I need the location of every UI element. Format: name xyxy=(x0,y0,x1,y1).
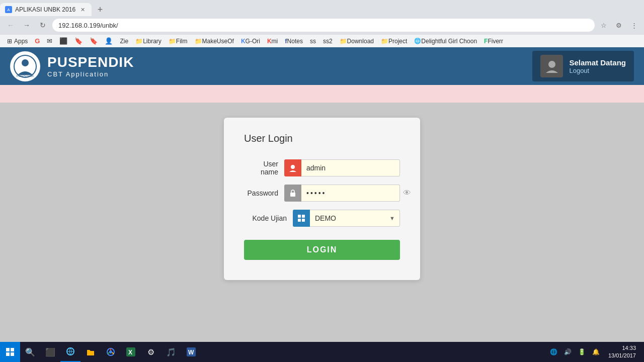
volume-icon[interactable]: 🔊 xyxy=(562,346,574,358)
eye-icon[interactable]: 👁 xyxy=(403,189,411,198)
main-content: User Login User name Password xyxy=(0,103,644,295)
refresh-button[interactable]: ↻ xyxy=(36,19,49,32)
makeuseOf-folder-icon: 📁 xyxy=(195,38,202,45)
svg-rect-6 xyxy=(298,215,301,218)
taskbar-date-display: 13/01/2017 xyxy=(608,352,636,359)
login-card: User Login User name Password xyxy=(224,118,420,280)
browser-taskbar-button[interactable] xyxy=(60,342,80,362)
bm-ss2[interactable]: ss2 xyxy=(320,37,336,46)
bm-fiverr[interactable]: F Fiverr xyxy=(481,37,506,46)
password-input[interactable] xyxy=(301,185,400,202)
menu-icon[interactable]: ⋮ xyxy=(628,19,640,31)
tab-title: APLIKASI UNBK 2016 xyxy=(15,6,75,13)
bm-user[interactable]: 👤 xyxy=(102,36,116,46)
svg-rect-7 xyxy=(302,215,305,218)
bookmark1-icon: 🔖 xyxy=(74,37,83,45)
chrome-taskbar-button[interactable] xyxy=(101,342,121,362)
svg-text:W: W xyxy=(188,349,194,356)
fiverr-icon: F xyxy=(484,38,488,45)
user-icon: 👤 xyxy=(105,37,113,45)
bm-fiverr-label: Fiverr xyxy=(488,38,503,45)
ss-label: ss xyxy=(310,38,316,45)
bm-project[interactable]: 📁 Project xyxy=(378,37,410,46)
music-taskbar-button[interactable]: 🎵 xyxy=(161,342,181,362)
bm-bookmark2[interactable]: 🔖 xyxy=(87,36,101,46)
bookmark-icon[interactable]: ☆ xyxy=(598,19,610,31)
taskbar-right: 🌐 🔊 🔋 🔔 14:33 13/01/2017 xyxy=(548,344,644,360)
excel-icon: X xyxy=(126,347,135,356)
bm-bookmark1[interactable]: 🔖 xyxy=(71,36,86,46)
username-label: User name xyxy=(244,160,278,176)
bookmark2-icon: 🔖 xyxy=(90,37,98,45)
bm-mi[interactable]: K mi xyxy=(264,37,281,46)
ss2-label: ss2 xyxy=(323,38,333,45)
username-input-wrapper xyxy=(284,159,400,176)
folder-taskbar-icon xyxy=(86,347,95,356)
bm-gmail[interactable]: G xyxy=(32,36,43,46)
logout-link[interactable]: Logout xyxy=(569,67,626,74)
pink-banner xyxy=(0,85,644,103)
username-icon xyxy=(284,159,301,176)
zie-label: Zie xyxy=(120,38,128,45)
taskbar: 🔍 ⬛ X xyxy=(0,342,644,362)
logo-svg: PUSPENDIK xyxy=(13,54,38,79)
black-square-icon: ⬛ xyxy=(59,37,67,45)
bm-notes[interactable]: f Notes xyxy=(282,36,306,46)
network-icon[interactable]: 🌐 xyxy=(548,346,560,358)
bm-zie[interactable]: Zie xyxy=(117,37,131,46)
library-folder-icon: 📁 xyxy=(135,38,143,45)
svg-rect-9 xyxy=(302,219,305,222)
svg-line-19 xyxy=(108,352,109,354)
bm-ss[interactable]: ss xyxy=(307,37,319,46)
kode-ujian-icon xyxy=(293,210,310,227)
settings-taskbar-button[interactable]: ⚙ xyxy=(141,342,161,362)
excel-taskbar-button[interactable]: X xyxy=(121,342,141,362)
search-taskbar-button[interactable]: 🔍 xyxy=(20,342,40,362)
login-button[interactable]: LOGIN xyxy=(244,240,400,260)
task-view-button[interactable]: ⬛ xyxy=(40,342,60,362)
start-button[interactable] xyxy=(0,342,20,362)
new-tab-button[interactable]: + xyxy=(94,3,107,16)
kode-ujian-row: Kode Ujian DEMO UTAMA SUSULAN xyxy=(244,210,400,227)
forward-button[interactable]: → xyxy=(20,19,33,32)
bm-gori[interactable]: K G-Ori xyxy=(238,37,263,46)
word-taskbar-button[interactable]: W xyxy=(181,342,201,362)
bm-makeuseOf-label: MakeUseOf xyxy=(202,38,234,45)
header-user: Selamat Datang Logout xyxy=(532,51,634,81)
file-explorer-button[interactable] xyxy=(80,342,101,362)
svg-line-18 xyxy=(112,352,114,354)
bm-icon3[interactable]: ⬛ xyxy=(56,36,70,46)
lock-icon xyxy=(284,185,301,202)
lock-field-icon xyxy=(289,189,297,197)
taskbar-left: 🔍 ⬛ X xyxy=(0,342,201,362)
active-tab[interactable]: A APLIKASI UNBK 2016 ✕ xyxy=(0,3,92,16)
tab-close-button[interactable]: ✕ xyxy=(78,6,87,14)
logo-subtitle: CBT Application xyxy=(47,70,134,78)
logo-circle: PUSPENDIK xyxy=(10,51,40,81)
bm-apps[interactable]: ⊞ Apps xyxy=(4,37,31,46)
bm-library[interactable]: 📁 Library xyxy=(132,37,165,46)
username-input[interactable] xyxy=(301,159,400,176)
back-button[interactable]: ← xyxy=(4,19,17,32)
svg-rect-8 xyxy=(298,219,301,222)
notification-icon[interactable]: 🔔 xyxy=(590,346,602,358)
bm-makeuseOf[interactable]: 📁 MakeUseOf xyxy=(192,37,237,46)
user-avatar xyxy=(540,55,563,77)
extensions-icon[interactable]: ⚙ xyxy=(613,19,625,31)
bm-download[interactable]: 📁 Download xyxy=(337,37,377,46)
app-header: PUSPENDIK PUSPENDIK CBT Application Sela… xyxy=(0,47,644,85)
password-label: Password xyxy=(244,189,278,197)
bm-film[interactable]: 📁 Film xyxy=(166,37,191,46)
kode-ujian-select[interactable]: DEMO UTAMA SUSULAN xyxy=(310,210,400,227)
chrome-icon xyxy=(106,347,115,356)
bm-film-label: Film xyxy=(176,38,188,45)
address-input[interactable]: 192.168.0.199/unbk/ xyxy=(52,19,595,32)
ie-icon xyxy=(66,347,75,356)
battery-icon[interactable]: 🔋 xyxy=(576,346,588,358)
bm-mail[interactable]: ✉ xyxy=(44,36,55,46)
svg-rect-11 xyxy=(11,348,14,351)
bm-delightful[interactable]: 🌐 Delightful Girl Choon xyxy=(411,37,480,46)
taskbar-clock: 14:33 13/01/2017 xyxy=(604,344,640,360)
bm-download-label: Download xyxy=(347,38,374,45)
user-info: Selamat Datang Logout xyxy=(569,58,626,74)
